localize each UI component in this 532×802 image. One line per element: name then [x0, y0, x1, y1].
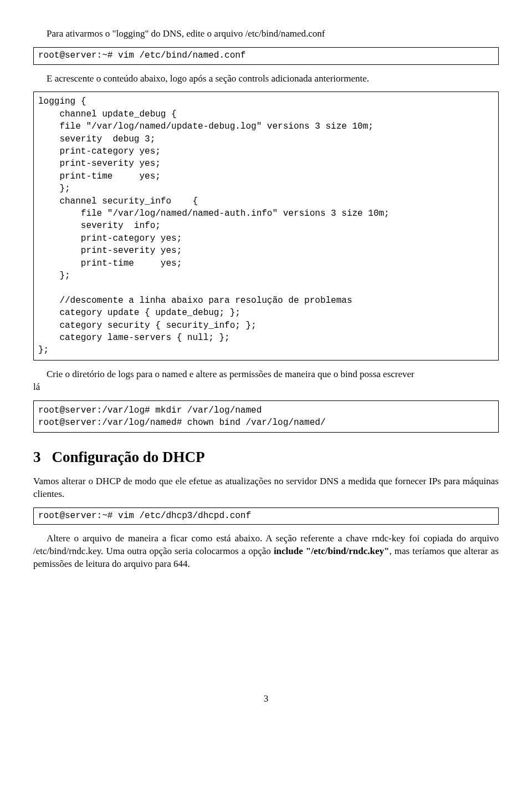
section-heading-dhcp: 3Configuração do DHCP: [33, 447, 499, 467]
code-vim-dhcpd-conf: root@server:~# vim /etc/dhcp3/dhcpd.conf: [33, 507, 499, 525]
page-number: 3: [33, 693, 499, 705]
paragraph-dhcp-edit: Altere o arquivo de maneira a ficar como…: [33, 532, 499, 571]
paragraph-intro-logging: Para ativarmos o "logging" do DNS, edite…: [33, 28, 499, 40]
section-title: Configuração do DHCP: [52, 449, 205, 465]
code-logging-block: logging { channel update_debug { file "/…: [33, 92, 499, 360]
hanging-word-la: lá: [33, 381, 47, 394]
paragraph-create-logdir: Crie o diretório de logs para o named e …: [33, 368, 499, 394]
code-vim-named-conf: root@server:~# vim /etc/bind/named.conf: [33, 47, 499, 65]
paragraph-add-content: E acrescente o conteúdo abaixo, logo apó…: [33, 73, 499, 85]
paragraph-dhcp-intro: Vamos alterar o DHCP de modo que ele efe…: [33, 475, 499, 501]
code-mkdir-chown: root@server:/var/log# mkdir /var/log/nam…: [33, 400, 499, 433]
text-include-path: include "/etc/bind/rndc.key": [274, 546, 390, 556]
section-number: 3: [33, 447, 41, 467]
paragraph-body: Crie o diretório de logs para o named e …: [33, 368, 499, 381]
